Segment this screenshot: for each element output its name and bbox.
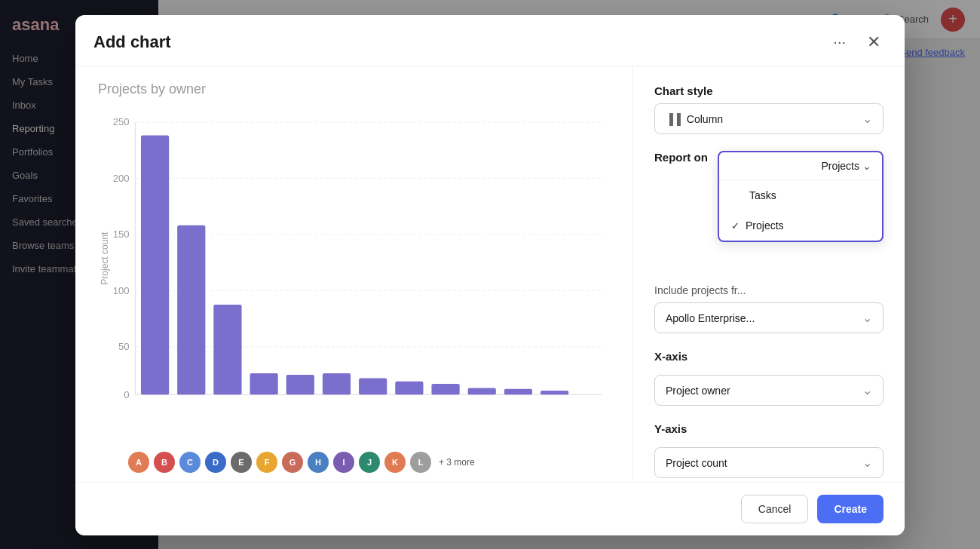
svg-text:0: 0 [124,389,129,400]
y-axis-value: Project count [666,457,727,469]
avatar-9: I [333,452,354,473]
modal-overlay: Add chart ··· ✕ Projects by owner [0,0,980,549]
chart-style-select-left: ▐▐ Column [666,113,723,125]
y-axis-label: Y-axis [654,422,884,435]
include-projects-chevron-icon: ⌄ [862,311,872,325]
bar-10 [468,388,496,395]
svg-text:100: 100 [113,285,130,296]
y-axis-select[interactable]: Project count ⌄ [654,447,884,478]
avatar-3: C [179,452,201,473]
bar-9 [431,384,459,394]
bar-12 [541,391,568,394]
x-axis-label: X-axis [654,350,884,363]
column-chart-icon: ▐▐ [666,113,681,125]
config-panel: Chart style ▐▐ Column ⌄ Report on [633,66,905,482]
chart-title: Projects by owner [98,81,610,97]
modal-header-actions: ··· ✕ [827,30,887,54]
projects-option-label: Projects [746,219,784,232]
dropdown-title: Projects [821,160,859,172]
modal-header: Add chart ··· ✕ [75,15,905,66]
bar-chart-svg: 250 200 150 100 50 0 Project count [98,112,610,446]
create-button[interactable]: Create [817,495,884,523]
add-chart-modal: Add chart ··· ✕ Projects by owner [75,15,905,535]
bar-3 [213,305,241,394]
bar-8 [395,382,423,395]
bar-1 [141,135,169,394]
chart-panel: Projects by owner [75,66,633,482]
tasks-option-label: Tasks [749,189,776,201]
x-axis-select[interactable]: Project owner ⌄ [654,375,884,406]
avatar-11: K [384,452,406,473]
bar-7 [359,378,387,394]
projects-check-icon: ✓ [731,220,740,232]
avatar-8: H [308,452,329,473]
svg-text:250: 250 [113,116,130,127]
svg-text:Project count: Project count [100,232,110,285]
modal-more-button[interactable]: ··· [827,30,852,54]
svg-text:150: 150 [113,228,130,240]
chart-style-select[interactable]: ▐▐ Column ⌄ [654,103,884,134]
bar-2 [177,225,205,395]
cancel-button[interactable]: Cancel [741,495,809,523]
svg-text:200: 200 [113,173,130,184]
avatars-row: A B C D E F G H I J K L + 3 more [98,452,610,473]
include-projects-select[interactable]: Apollo Enterprise... ⌄ [654,302,884,333]
chart-style-section: Chart style ▐▐ Column ⌄ [654,84,884,134]
avatar-5: E [231,452,252,473]
chart-style-label: Chart style [654,84,884,97]
report-on-dropdown-popup[interactable]: Projects ⌄ Tasks ✓ Projects [718,151,884,242]
svg-text:50: 50 [118,341,130,352]
avatar-7: G [282,452,303,473]
dropdown-option-projects[interactable]: ✓ Projects [719,210,882,241]
chart-area: 250 200 150 100 50 0 Project count [98,112,610,473]
chevron-down-icon: ⌄ [862,112,872,126]
bar-4 [250,373,278,394]
avatar-10: J [359,452,380,473]
y-axis-chevron-icon: ⌄ [862,455,872,470]
modal-footer: Cancel Create [75,482,905,535]
include-projects-container: Include projects fr... Apollo Enterprise… [654,284,884,333]
chart-svg-container: 250 200 150 100 50 0 Project count [98,112,610,446]
include-projects-value: Apollo Enterprise... [666,312,755,324]
bar-5 [286,375,314,394]
modal-body: Projects by owner [75,66,905,482]
include-projects-label: Include projects fr... [654,284,884,296]
chart-style-value: Column [687,113,723,125]
x-axis-section: X-axis Project owner ⌄ [654,350,884,406]
avatar-12: L [410,452,431,473]
dropdown-chevron-icon: ⌄ [862,160,871,172]
dropdown-option-tasks[interactable]: Tasks [719,180,882,210]
report-on-section: Report on Projects ⌄ Tasks ✓ [654,151,884,333]
y-axis-section: Y-axis Project count ⌄ [654,422,884,478]
x-axis-value: Project owner [666,385,730,397]
bar-6 [323,373,351,394]
avatar-4: D [205,452,226,473]
dropdown-header[interactable]: Projects ⌄ [719,152,882,180]
avatar-2: B [154,452,175,473]
avatar-6: F [256,452,277,473]
modal-title: Add chart [93,32,171,52]
avatar-1: A [128,452,149,473]
x-axis-chevron-icon: ⌄ [862,383,872,397]
bar-11 [504,389,532,395]
modal-close-button[interactable]: ✕ [861,31,887,54]
more-avatars-label: + 3 more [439,457,475,468]
